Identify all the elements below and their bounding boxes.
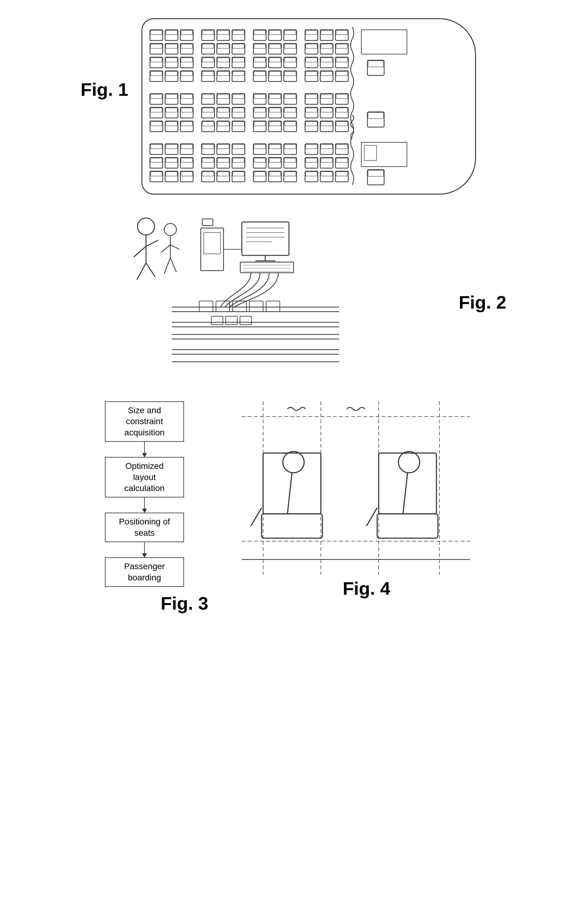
- svg-rect-19: [306, 30, 317, 35]
- svg-rect-96: [150, 94, 163, 104]
- svg-rect-56: [217, 57, 230, 68]
- svg-rect-135: [269, 108, 281, 112]
- svg-rect-116: [320, 94, 333, 104]
- svg-rect-7: [202, 30, 214, 35]
- svg-rect-279: [199, 301, 213, 312]
- svg-rect-186: [305, 144, 318, 155]
- svg-rect-300: [263, 453, 321, 514]
- svg-rect-70: [336, 57, 348, 68]
- svg-rect-170: [165, 144, 178, 155]
- svg-rect-201: [217, 158, 229, 162]
- svg-rect-45: [321, 44, 332, 48]
- svg-rect-98: [165, 94, 178, 104]
- svg-rect-6: [202, 30, 215, 40]
- fig4-label: Fig. 4: [343, 578, 390, 599]
- svg-rect-147: [166, 122, 177, 126]
- svg-rect-140: [320, 107, 333, 118]
- page-container: { "fig1": { "label": "Fig. 1" }, "fig2":…: [0, 0, 587, 924]
- svg-rect-49: [150, 58, 162, 62]
- svg-rect-195: [166, 158, 177, 162]
- svg-rect-185: [284, 144, 296, 148]
- svg-rect-63: [269, 58, 281, 62]
- svg-rect-26: [165, 43, 178, 54]
- svg-rect-210: [305, 157, 318, 168]
- svg-rect-205: [254, 158, 266, 162]
- svg-rect-0: [150, 30, 163, 40]
- svg-rect-21: [321, 30, 332, 35]
- svg-line-255: [146, 263, 155, 277]
- svg-rect-240: [361, 30, 407, 54]
- svg-line-259: [170, 245, 179, 249]
- svg-rect-75: [166, 71, 177, 76]
- flow-box-step4: Passenger boarding: [105, 557, 184, 587]
- svg-rect-39: [269, 44, 281, 48]
- svg-rect-305: [379, 453, 437, 514]
- svg-rect-125: [181, 108, 192, 112]
- svg-rect-222: [202, 171, 215, 182]
- svg-rect-243: [367, 112, 384, 127]
- svg-rect-158: [269, 121, 281, 132]
- svg-rect-162: [305, 121, 318, 132]
- svg-rect-97: [150, 94, 162, 99]
- svg-rect-129: [217, 108, 229, 112]
- svg-rect-134: [269, 107, 281, 118]
- svg-rect-119: [336, 94, 348, 99]
- svg-rect-77: [181, 71, 192, 76]
- svg-line-303: [251, 508, 261, 526]
- svg-rect-151: [202, 122, 214, 126]
- svg-rect-29: [181, 44, 192, 48]
- svg-rect-224: [217, 171, 230, 182]
- svg-rect-143: [336, 108, 348, 112]
- svg-rect-95: [336, 71, 348, 76]
- svg-rect-71: [336, 58, 348, 62]
- fig4-svg: [227, 392, 488, 584]
- svg-rect-217: [150, 172, 162, 176]
- svg-rect-92: [320, 71, 333, 81]
- svg-rect-117: [321, 94, 332, 99]
- svg-rect-182: [269, 144, 281, 155]
- svg-rect-214: [336, 157, 348, 168]
- svg-rect-58: [232, 57, 245, 68]
- svg-rect-10: [232, 30, 245, 40]
- svg-rect-53: [181, 58, 192, 62]
- svg-rect-179: [233, 144, 244, 148]
- svg-rect-191: [336, 144, 348, 148]
- svg-line-302: [288, 473, 292, 514]
- svg-rect-34: [232, 43, 245, 54]
- svg-rect-30: [202, 43, 215, 54]
- svg-rect-227: [233, 172, 244, 176]
- svg-rect-229: [254, 172, 266, 176]
- svg-rect-3: [166, 30, 177, 35]
- svg-rect-120: [150, 107, 163, 118]
- svg-rect-38: [269, 43, 281, 54]
- svg-rect-33: [217, 44, 229, 48]
- svg-rect-192: [150, 157, 163, 168]
- svg-rect-164: [320, 121, 333, 132]
- svg-rect-216: [150, 171, 163, 182]
- svg-rect-169: [150, 144, 162, 148]
- svg-rect-101: [181, 94, 192, 99]
- svg-rect-44: [320, 43, 333, 54]
- svg-rect-114: [305, 94, 318, 104]
- svg-rect-18: [305, 30, 318, 40]
- svg-line-260: [164, 258, 170, 274]
- svg-rect-264: [204, 233, 220, 254]
- svg-rect-223: [202, 172, 214, 176]
- svg-rect-220: [180, 171, 193, 182]
- svg-rect-242: [368, 61, 384, 67]
- svg-rect-245: [361, 142, 407, 167]
- svg-rect-183: [269, 144, 281, 148]
- svg-rect-124: [180, 107, 193, 118]
- svg-rect-81: [217, 71, 229, 76]
- svg-rect-76: [180, 71, 193, 81]
- svg-rect-111: [269, 94, 281, 99]
- svg-rect-213: [321, 158, 332, 162]
- svg-rect-142: [336, 107, 348, 118]
- svg-point-301: [283, 452, 304, 473]
- flow-box-step1: Size and constraint acquisition: [105, 401, 184, 442]
- svg-rect-165: [321, 122, 332, 126]
- svg-rect-132: [253, 107, 266, 118]
- svg-rect-283: [266, 301, 280, 312]
- svg-rect-9: [217, 30, 229, 35]
- svg-rect-155: [233, 122, 244, 126]
